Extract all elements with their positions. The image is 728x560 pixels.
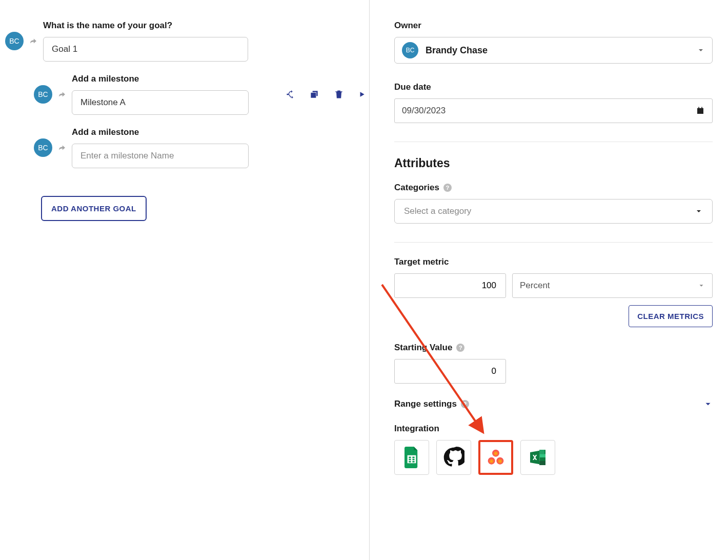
- due-date-value: 09/30/2023: [402, 106, 446, 116]
- help-icon[interactable]: ?: [456, 344, 464, 352]
- due-date-label: Due date: [394, 82, 713, 92]
- svg-point-0: [492, 450, 499, 457]
- branch-icon[interactable]: [285, 89, 295, 99]
- integration-asana[interactable]: [478, 440, 513, 475]
- categories-label: Categories: [394, 183, 439, 193]
- github-icon: [443, 447, 464, 468]
- attributes-title: Attributes: [394, 156, 713, 170]
- chevron-down-icon: [695, 207, 703, 215]
- add-another-goal-button[interactable]: ADD ANOTHER GOAL: [41, 196, 147, 221]
- starting-value-input[interactable]: [394, 359, 506, 384]
- milestone-label: Add a milestone: [72, 127, 249, 137]
- copy-icon[interactable]: [309, 89, 319, 99]
- milestone-name-input[interactable]: [72, 90, 249, 115]
- clear-metrics-button[interactable]: CLEAR METRICS: [629, 305, 713, 327]
- integration-label: Integration: [394, 424, 713, 434]
- target-metric-label: Target metric: [394, 257, 713, 267]
- goal-name-label: What is the name of your goal?: [43, 21, 248, 31]
- integration-excel[interactable]: [520, 440, 555, 475]
- trash-icon[interactable]: [334, 89, 344, 99]
- range-settings-label: Range settings: [394, 399, 457, 409]
- milestone-name-input[interactable]: [72, 144, 249, 168]
- play-icon[interactable]: [358, 91, 366, 98]
- integration-github[interactable]: [436, 440, 471, 475]
- starting-value-label: Starting Value: [394, 343, 452, 353]
- categories-placeholder: Select a category: [404, 206, 471, 216]
- target-metric-unit-select[interactable]: Percent: [512, 273, 713, 298]
- milestone-label: Add a milestone: [72, 74, 249, 84]
- help-icon[interactable]: ?: [461, 400, 469, 408]
- integration-google-sheets[interactable]: [394, 440, 429, 475]
- owner-name: Brandy Chase: [426, 45, 690, 56]
- owner-select[interactable]: BC Brandy Chase: [394, 37, 713, 64]
- calendar-icon: [696, 106, 705, 115]
- owner-avatar: BC: [402, 42, 418, 58]
- svg-point-1: [488, 457, 495, 465]
- help-icon[interactable]: ?: [443, 184, 452, 192]
- arrow-right-icon: [57, 90, 67, 99]
- excel-icon: [528, 447, 548, 468]
- target-metric-unit: Percent: [520, 281, 550, 291]
- chevron-down-icon: [697, 46, 705, 54]
- arrow-right-icon: [29, 36, 38, 46]
- asana-icon: [486, 447, 506, 468]
- google-sheets-icon: [403, 447, 420, 468]
- categories-select[interactable]: Select a category: [394, 199, 713, 224]
- chevron-down-icon[interactable]: [703, 399, 713, 409]
- owner-avatar: BC: [5, 32, 24, 50]
- arrow-right-icon: [57, 143, 67, 152]
- due-date-input[interactable]: 09/30/2023: [394, 98, 713, 123]
- target-metric-value-input[interactable]: [394, 273, 506, 298]
- owner-label: Owner: [394, 21, 713, 31]
- goal-name-input[interactable]: [43, 37, 248, 62]
- chevron-down-icon: [698, 282, 705, 289]
- owner-avatar: BC: [34, 138, 52, 157]
- svg-point-2: [496, 457, 503, 465]
- owner-avatar: BC: [34, 85, 52, 104]
